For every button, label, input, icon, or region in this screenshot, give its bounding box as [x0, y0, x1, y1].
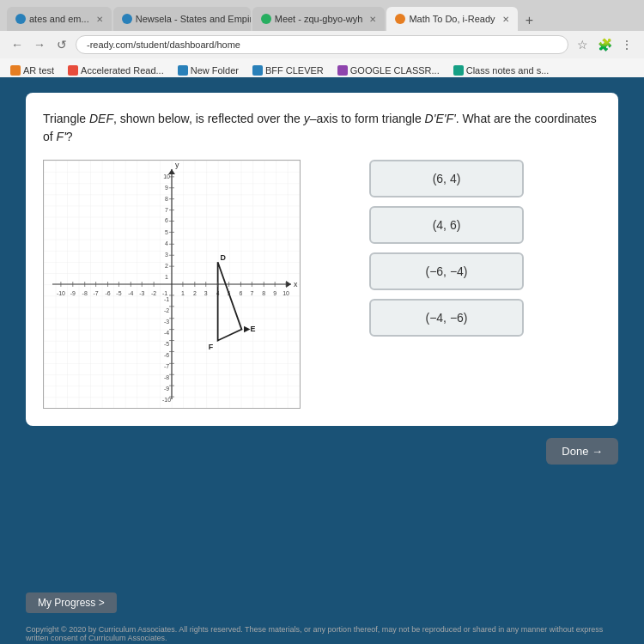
svg-text:-1: -1: [162, 290, 167, 296]
extensions-button[interactable]: 🧩: [596, 36, 613, 53]
svg-text:9: 9: [165, 185, 168, 191]
tab-icon-iready: [395, 14, 405, 24]
svg-text:6: 6: [240, 290, 243, 296]
svg-text:8: 8: [262, 290, 265, 296]
bookmark-google-classroom[interactable]: GOOGLE CLASSR...: [334, 64, 443, 77]
forward-button[interactable]: →: [31, 36, 48, 53]
main-content: Triangle DEF, shown below, is reflected …: [0, 77, 644, 592]
copyright-text: Copyright © 2020 by Curriculum Associate…: [26, 625, 618, 642]
svg-text:-9: -9: [70, 290, 76, 296]
tab-iready[interactable]: Math To Do, i-Ready ✕: [386, 7, 517, 31]
menu-button[interactable]: ⋮: [618, 36, 635, 53]
svg-text:-3: -3: [164, 319, 169, 325]
svg-text:F: F: [209, 343, 214, 351]
bookmark-icon-artest: [10, 65, 21, 76]
bookmark-label-artest: AR test: [23, 65, 54, 76]
svg-text:D: D: [221, 253, 227, 262]
tab-close-states[interactable]: ✕: [96, 15, 103, 24]
bookmark-icon-accelerated: [68, 65, 78, 76]
svg-text:-1: -1: [164, 296, 169, 302]
tab-icon-newsela: [122, 14, 132, 24]
answer-button-d[interactable]: (−4, −6): [369, 299, 524, 337]
tab-meet[interactable]: Meet - zqu-gbyo-wyh ✕: [252, 7, 386, 31]
bookmark-icon-folder: [178, 65, 188, 76]
svg-text:10: 10: [283, 290, 289, 296]
answer-button-a[interactable]: (6, 4): [369, 160, 524, 197]
svg-text:-10: -10: [57, 290, 65, 296]
bottom-controls: Done →: [26, 438, 618, 465]
svg-text:-7: -7: [164, 363, 169, 369]
svg-text:-2: -2: [151, 290, 156, 296]
svg-text:-10: -10: [162, 397, 171, 403]
question-card: Triangle DEF, shown below, is reflected …: [26, 93, 618, 426]
browser-chrome: ates and em... ✕ Newsela - States and Em…: [0, 0, 644, 77]
tab-icon-states: [15, 14, 26, 24]
back-button[interactable]: ←: [9, 36, 26, 53]
bookmark-label-folder: New Folder: [191, 65, 239, 76]
bookmark-label-class-notes: Class notes and s...: [466, 65, 550, 76]
svg-text:7: 7: [250, 290, 253, 296]
bookmark-class-notes[interactable]: Class notes and s...: [450, 64, 553, 77]
tab-icon-meet: [261, 14, 271, 24]
svg-text:▶E: ▶E: [244, 325, 255, 333]
svg-text:1: 1: [181, 290, 185, 296]
my-progress-button[interactable]: My Progress >: [26, 592, 117, 613]
svg-text:9: 9: [273, 290, 276, 296]
svg-text:-5: -5: [116, 290, 121, 296]
bookmark-artest[interactable]: AR test: [7, 64, 58, 77]
tab-label-newsela: Newsela - States and Empires: [136, 14, 251, 24]
svg-text:7: 7: [165, 207, 168, 213]
answer-button-c[interactable]: (−6, −4): [369, 252, 524, 290]
svg-text:6: 6: [165, 217, 168, 223]
svg-text:1: 1: [165, 274, 168, 280]
address-input[interactable]: [76, 35, 568, 54]
svg-text:-4: -4: [128, 290, 133, 296]
svg-text:4: 4: [165, 240, 168, 246]
svg-text:-2: -2: [164, 307, 169, 313]
bookmark-accelerated[interactable]: Accelerated Read...: [64, 64, 167, 77]
bookmark-label-accelerated: Accelerated Read...: [81, 65, 164, 76]
done-button[interactable]: Done →: [546, 438, 618, 465]
tab-newsela[interactable]: Newsela - States and Empires ✕: [113, 7, 251, 31]
bookmark-star[interactable]: ☆: [574, 36, 591, 53]
graph-container: -10 -9 -8 -7 -6 -5 -4 -3 -2 -1 1 2 3 4 5…: [43, 160, 352, 409]
answer-button-b[interactable]: (4, 6): [369, 206, 524, 244]
question-body: -10 -9 -8 -7 -6 -5 -4 -3 -2 -1 1 2 3 4 5…: [43, 160, 601, 409]
progress-section: My Progress >: [0, 592, 644, 622]
coordinate-graph: -10 -9 -8 -7 -6 -5 -4 -3 -2 -1 1 2 3 4 5…: [43, 160, 301, 409]
address-bar-row: ← → ↺ ☆ 🧩 ⋮: [0, 31, 644, 58]
tab-label-iready: Math To Do, i-Ready: [409, 14, 495, 24]
tab-close-meet[interactable]: ✕: [369, 15, 376, 24]
bookmark-folder[interactable]: New Folder: [174, 64, 242, 77]
svg-text:5: 5: [165, 229, 168, 235]
bookmark-label-google-classroom: GOOGLE CLASSR...: [350, 65, 440, 76]
svg-text:-9: -9: [164, 386, 169, 392]
svg-text:-4: -4: [164, 330, 169, 336]
tab-close-iready[interactable]: ✕: [502, 15, 509, 24]
svg-text:x: x: [294, 280, 298, 289]
tab-label-meet: Meet - zqu-gbyo-wyh: [275, 14, 363, 24]
svg-text:-8: -8: [164, 374, 169, 380]
answer-choices: (6, 4) (4, 6) (−6, −4) (−4, −6): [369, 160, 524, 409]
svg-text:-6: -6: [164, 352, 169, 358]
svg-text:8: 8: [165, 196, 168, 202]
bookmark-icon-clever: [252, 65, 263, 76]
svg-text:y: y: [175, 161, 179, 169]
new-tab-button[interactable]: +: [519, 10, 540, 31]
svg-text:10: 10: [163, 173, 170, 179]
bookmark-icon-class-notes: [453, 65, 464, 76]
tab-states[interactable]: ates and em... ✕: [7, 7, 112, 31]
copyright-bar: Copyright © 2020 by Curriculum Associate…: [0, 622, 644, 644]
svg-text:-5: -5: [164, 341, 169, 347]
bookmark-icon-google-classroom: [337, 65, 348, 76]
svg-text:2: 2: [193, 290, 197, 296]
reload-button[interactable]: ↺: [53, 36, 70, 53]
svg-text:-3: -3: [139, 290, 144, 296]
svg-text:-7: -7: [94, 290, 99, 296]
tab-label-states: ates and em...: [29, 14, 89, 24]
svg-text:3: 3: [204, 290, 208, 296]
svg-text:-6: -6: [105, 290, 110, 296]
bookmark-label-clever: BFF CLEVER: [265, 65, 324, 76]
bookmark-clever[interactable]: BFF CLEVER: [249, 64, 327, 77]
svg-text:-8: -8: [82, 290, 88, 296]
